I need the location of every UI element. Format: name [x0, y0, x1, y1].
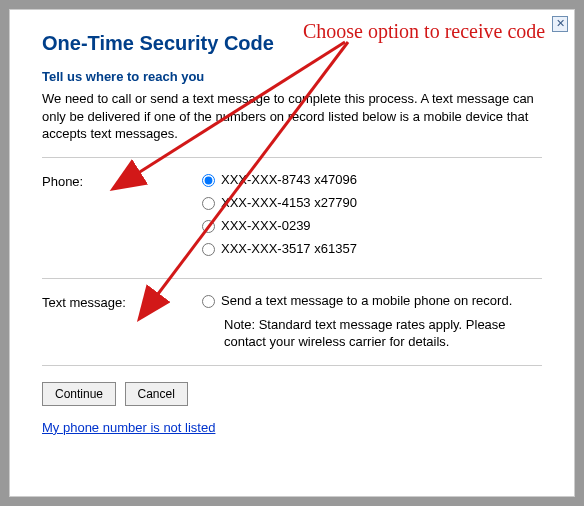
text-message-label: Text message:	[42, 293, 202, 351]
phone-option[interactable]: XXX-XXX-8743 x47096	[202, 172, 542, 187]
phone-options: XXX-XXX-8743 x47096 XXX-XXX-4153 x27790 …	[202, 172, 542, 264]
dialog-content: One-Time Security Code Tell us where to …	[10, 10, 574, 454]
phone-option-label: XXX-XXX-0239	[221, 218, 311, 233]
text-message-radio[interactable]	[202, 295, 215, 308]
dialog-title: One-Time Security Code	[42, 32, 542, 55]
phone-label: Phone:	[42, 172, 202, 264]
number-not-listed-link[interactable]: My phone number is not listed	[42, 420, 215, 435]
text-message-option[interactable]: Send a text message to a mobile phone on…	[202, 293, 542, 308]
continue-button[interactable]: Continue	[42, 382, 116, 406]
divider	[42, 365, 542, 366]
phone-option-label: XXX-XXX-3517 x61357	[221, 241, 357, 256]
phone-option-label: XXX-XXX-8743 x47096	[221, 172, 357, 187]
text-message-option-label: Send a text message to a mobile phone on…	[221, 293, 512, 308]
phone-option-label: XXX-XXX-4153 x27790	[221, 195, 357, 210]
text-message-body: Send a text message to a mobile phone on…	[202, 293, 542, 351]
phone-radio-0[interactable]	[202, 174, 215, 187]
text-message-note: Note: Standard text message rates apply.…	[224, 316, 542, 351]
phone-radio-3[interactable]	[202, 243, 215, 256]
phone-option[interactable]: XXX-XXX-0239	[202, 218, 542, 233]
phone-radio-1[interactable]	[202, 197, 215, 210]
dialog-subtitle: Tell us where to reach you	[42, 69, 542, 84]
button-row: Continue Cancel	[42, 382, 542, 406]
cancel-button[interactable]: Cancel	[125, 382, 188, 406]
phone-section: Phone: XXX-XXX-8743 x47096 XXX-XXX-4153 …	[42, 158, 542, 278]
text-message-section: Text message: Send a text message to a m…	[42, 279, 542, 365]
dialog: ✕ One-Time Security Code Tell us where t…	[9, 9, 575, 497]
phone-option[interactable]: XXX-XXX-3517 x61357	[202, 241, 542, 256]
instructions-text: We need to call or send a text message t…	[42, 90, 542, 143]
close-button[interactable]: ✕	[552, 16, 568, 32]
phone-option[interactable]: XXX-XXX-4153 x27790	[202, 195, 542, 210]
close-icon: ✕	[556, 17, 565, 29]
phone-radio-2[interactable]	[202, 220, 215, 233]
